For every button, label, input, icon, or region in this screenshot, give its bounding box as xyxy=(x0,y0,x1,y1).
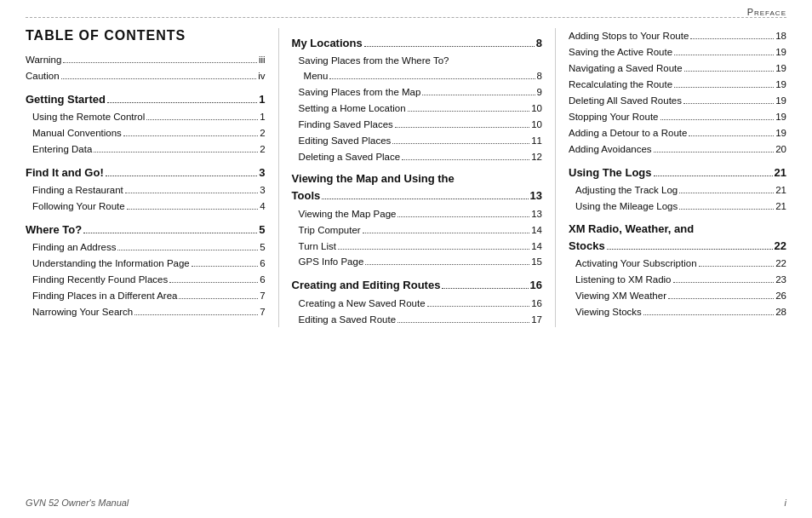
footer-left: GVN 52 Owner's Manual xyxy=(26,498,129,508)
item-avoidances: Adding Avoidances 20 xyxy=(569,141,786,158)
section-where-to: Where To? 5 xyxy=(26,221,266,239)
page-container: Preface Table of Contents Warning iii Ca… xyxy=(0,0,812,518)
item-deleting-all: Deleting All Saved Routes 19 xyxy=(569,93,786,109)
main-content: Table of Contents Warning iii Caution iv… xyxy=(26,28,786,327)
col-toc: Table of Contents Warning iii Caution iv… xyxy=(26,28,274,327)
item-remote: Using the Remote Control 1 xyxy=(26,109,266,125)
item-trip-computer: Trip Computer 14 xyxy=(292,222,542,239)
section-using-logs: Using The Logs 21 xyxy=(569,164,786,182)
item-saving-menu: Menu 8 xyxy=(292,68,542,84)
item-xm-radio: Listening to XM Radio 23 xyxy=(569,272,786,288)
col-2: My Locations 8 Saving Places from the Wh… xyxy=(283,28,551,327)
item-info-page: Understanding the Information Page 6 xyxy=(26,256,266,272)
toc-title: Table of Contents xyxy=(26,28,266,43)
item-stocks: Viewing Stocks 28 xyxy=(569,304,786,320)
item-manual: Manual Conventions 2 xyxy=(26,125,266,141)
item-finding-saved: Finding Saved Places 10 xyxy=(292,117,542,133)
item-stopping-route: Stopping Your Route 19 xyxy=(569,109,786,125)
section-tools: Tools 13 xyxy=(292,187,542,205)
footer-right: i xyxy=(785,498,786,508)
item-recalculating: Recalculating the Route 19 xyxy=(569,77,786,93)
toc-warning: Warning iii xyxy=(26,52,266,68)
item-home-location: Setting a Home Location 10 xyxy=(292,101,542,117)
item-narrow: Narrowing Your Search 7 xyxy=(26,304,266,320)
item-editing-saved: Editing Saved Places 11 xyxy=(292,133,542,149)
item-deleting-saved: Deleting a Saved Place 12 xyxy=(292,149,542,165)
item-navigating-saved: Navigating a Saved Route 19 xyxy=(569,60,786,77)
item-adding-stops: Adding Stops to Your Route 18 xyxy=(569,28,786,44)
col-sep-1 xyxy=(278,28,279,327)
item-entering: Entering Data 2 xyxy=(26,141,266,158)
item-turn-list: Turn List 14 xyxy=(292,239,542,255)
item-saving-map: Saving Places from the Map 9 xyxy=(292,84,542,101)
section-xm-stocks: Stocks 22 xyxy=(569,237,786,256)
col-sep-2 xyxy=(555,28,556,327)
item-following: Following Your Route 4 xyxy=(26,199,266,215)
item-restaurant: Finding a Restaurant 3 xyxy=(26,182,266,199)
section-viewing-map: Viewing the Map and Using the xyxy=(292,171,542,187)
item-saving-active: Saving the Active Route 19 xyxy=(569,44,786,60)
item-editing-route: Editing a Saved Route 17 xyxy=(292,312,542,328)
section-xm-header1: XM Radio, Weather, and xyxy=(569,221,786,238)
item-saving-wheretomenu: Saving Places from the Where To? xyxy=(292,53,542,68)
item-diff-area: Finding Places in a Different Area 7 xyxy=(26,288,266,304)
item-recent: Finding Recently Found Places 6 xyxy=(26,272,266,288)
item-activating: Activating Your Subscription 22 xyxy=(569,256,786,272)
section-my-locations: My Locations 8 xyxy=(292,34,542,53)
col-3: Adding Stops to Your Route 18 Saving the… xyxy=(560,28,786,327)
item-new-route: Creating a New Saved Route 16 xyxy=(292,296,542,312)
top-border xyxy=(26,17,786,18)
item-track-log: Adjusting the Track Log 21 xyxy=(569,182,786,199)
section-getting-started: Getting Started 1 xyxy=(26,90,266,109)
item-map-page: Viewing the Map Page 13 xyxy=(292,206,542,222)
toc-caution: Caution iv xyxy=(26,68,266,84)
preface-label: Preface xyxy=(747,7,786,17)
item-gps-info: GPS Info Page 15 xyxy=(292,254,542,270)
section-find-go: Find It and Go! 3 xyxy=(26,164,266,182)
item-detour: Adding a Detour to a Route 19 xyxy=(569,125,786,141)
item-address: Finding an Address 5 xyxy=(26,239,266,256)
section-creating-routes: Creating and Editing Routes 16 xyxy=(292,276,542,295)
item-mileage-log: Using the Mileage Logs 21 xyxy=(569,199,786,215)
footer: GVN 52 Owner's Manual i xyxy=(26,498,786,508)
item-xm-weather: Viewing XM Weather 26 xyxy=(569,288,786,304)
